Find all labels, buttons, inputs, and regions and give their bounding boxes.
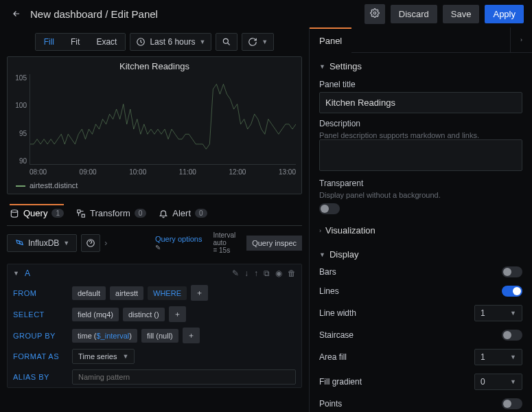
tab-panel[interactable]: Panel	[310, 27, 351, 53]
svg-point-3	[11, 209, 17, 212]
select-agg-chip[interactable]: distinct ()	[123, 308, 165, 321]
edit-icon[interactable]: ✎	[232, 268, 239, 278]
tab-transform[interactable]: Transform 0	[76, 208, 146, 218]
breadcrumb: New dashboard / Edit Panel	[30, 8, 359, 20]
y-axis: 1051009590	[10, 74, 30, 165]
search-icon	[222, 37, 231, 47]
svg-point-2	[224, 38, 229, 43]
section-visualization[interactable]: ›Visualization	[319, 222, 522, 238]
section-display[interactable]: ▼Display	[319, 247, 522, 262]
chevron-down-icon[interactable]: ▼	[13, 270, 19, 277]
transparent-toggle[interactable]	[319, 203, 340, 214]
format-select[interactable]: Time series▼	[72, 349, 135, 364]
zoom-out-button[interactable]	[216, 33, 238, 51]
chevron-down-icon: ▼	[63, 240, 69, 247]
areafill-select[interactable]: 1▼	[474, 349, 522, 365]
groupby-fill-chip[interactable]: fill (null)	[141, 329, 178, 343]
duplicate-icon[interactable]: ⧉	[264, 268, 270, 278]
fit-button[interactable]: Fit	[62, 34, 88, 50]
add-where-button[interactable]: ＋	[191, 285, 208, 301]
exact-button[interactable]: Exact	[88, 34, 125, 50]
toggle-visibility-icon[interactable]: ◉	[275, 268, 282, 278]
chevron-down-icon: ▼	[262, 38, 268, 45]
fill-button[interactable]: Fill	[36, 34, 62, 50]
move-up-icon[interactable]: ↑	[254, 268, 258, 278]
transform-icon	[76, 209, 86, 218]
move-down-icon[interactable]: ↓	[244, 268, 248, 278]
groupby-time-chip[interactable]: time ($_interval)	[72, 329, 137, 343]
alias-input[interactable]	[72, 369, 296, 385]
staircase-toggle[interactable]	[502, 330, 522, 341]
refresh-icon	[248, 37, 257, 47]
tab-alert[interactable]: Alert 0	[159, 208, 207, 218]
delete-icon[interactable]: 🗑	[288, 268, 296, 278]
gear-icon	[370, 8, 380, 18]
section-settings[interactable]: ▼Settings	[319, 58, 522, 74]
refresh-button[interactable]: ▼	[242, 33, 274, 51]
settings-button[interactable]	[365, 4, 385, 24]
select-field-chip[interactable]: field (mq4)	[72, 308, 119, 321]
save-button[interactable]: Save	[443, 5, 480, 23]
database-icon	[10, 209, 19, 218]
influxdb-icon	[14, 238, 24, 248]
arrow-left-icon	[12, 9, 21, 19]
panel-description-input[interactable]	[319, 139, 522, 171]
expand-arrow[interactable]: ›	[104, 238, 107, 248]
view-mode-segment: Fill Fit Exact	[35, 33, 126, 51]
where-keyword[interactable]: WHERE	[148, 286, 187, 300]
chart-plot[interactable]	[30, 74, 296, 165]
clock-icon	[136, 37, 146, 47]
points-toggle[interactable]	[502, 398, 522, 409]
panel-title-input[interactable]	[319, 92, 522, 113]
discard-button[interactable]: Discard	[391, 5, 437, 23]
timerange-picker[interactable]: Last 6 hours ▼	[130, 33, 211, 51]
svg-point-0	[373, 12, 376, 14]
linewidth-select[interactable]: 1▼	[474, 305, 522, 321]
query-editor-A: ▼ A ✎ ↓ ↑ ⧉ ◉ 🗑 FROM default airtestt WH…	[7, 264, 302, 388]
back-button[interactable]	[8, 5, 25, 22]
legend-swatch	[16, 185, 25, 187]
edit-icon[interactable]: ✎	[155, 244, 202, 251]
add-groupby-button[interactable]: ＋	[183, 328, 200, 343]
bars-toggle[interactable]	[502, 266, 522, 277]
chart-title: Kitchen Readings	[10, 61, 299, 71]
timerange-label: Last 6 hours	[150, 37, 195, 47]
bell-icon	[159, 209, 168, 218]
x-axis: 08:0009:0010:0011:0012:0013:00	[30, 168, 296, 176]
question-icon	[86, 238, 95, 248]
add-select-button[interactable]: ＋	[169, 306, 186, 322]
chart-legend[interactable]: airtestt.distinct	[10, 177, 299, 191]
tab-query[interactable]: Query 1	[10, 204, 64, 218]
datasource-help-button[interactable]	[81, 234, 100, 252]
from-default-chip[interactable]: default	[72, 286, 106, 300]
chart-panel: Kitchen Readings 1051009590 08:0009:0010…	[7, 56, 302, 194]
datasource-picker[interactable]: InfluxDB ▼	[7, 234, 77, 252]
query-inspector-button[interactable]: Query inspec	[246, 236, 302, 251]
expand-sidebar-button[interactable]: ›	[510, 27, 532, 52]
from-measurement-chip[interactable]: airtestt	[110, 286, 143, 300]
chevron-down-icon: ▼	[199, 38, 205, 45]
lines-toggle[interactable]	[502, 286, 522, 297]
apply-button[interactable]: Apply	[485, 5, 524, 23]
fillgrad-select[interactable]: 0▼	[474, 374, 522, 390]
